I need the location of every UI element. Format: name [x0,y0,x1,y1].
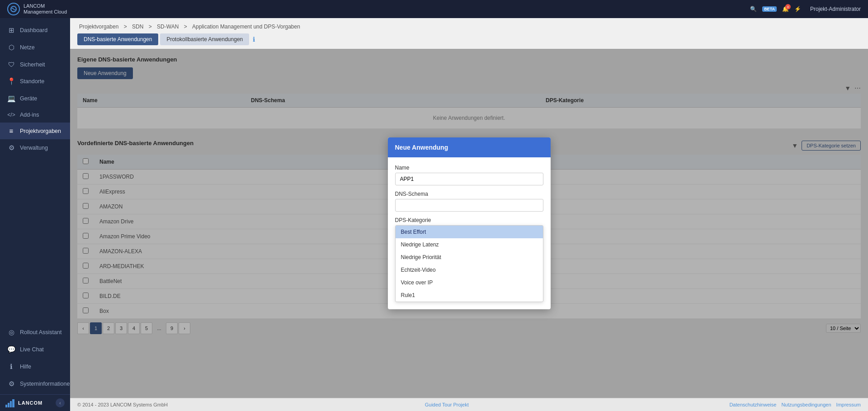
app-logo: LANCOM Management Cloud [7,3,67,15]
svg-rect-4 [12,399,14,407]
modal-header: Neue Anwendung [388,137,551,157]
lancom-logo-icon [5,398,14,407]
topbar: LANCOM Management Cloud 🔍 BETA 🔔 0 ⚡ Pro… [0,0,868,18]
breadcrumb-sdn[interactable]: SDN [132,24,143,30]
footer-links: Datenschutzhinweise Nutzungsbedingungen … [726,402,861,407]
svg-rect-2 [8,403,9,407]
footer-guided-tour[interactable]: Guided Tour Projekt [425,402,469,407]
sidebar-item-label: Add-ins [20,112,39,118]
main-layout: ⊞ Dashboard ⬡ Netze 🛡 Sicherheit 📍 Stand… [0,18,868,411]
sidebar-item-label: Netze [20,44,35,51]
tab-proto[interactable]: Protokollbasierte Anwendungen [160,33,249,45]
svg-rect-3 [10,401,12,407]
sidebar-item-live-chat[interactable]: 💬 Live Chat [0,341,70,358]
sidebar-item-hilfe[interactable]: ℹ Hilfe [0,358,70,375]
netze-icon: ⬡ [7,43,15,52]
content-area: Projektvorgaben > SDN > SD-WAN > Applica… [70,18,868,411]
sidebar-item-netze[interactable]: ⬡ Netze [0,39,70,56]
name-label: Name [395,165,543,171]
sidebar-collapse-button[interactable]: ‹ [56,398,65,407]
modal-body: Name DNS-Schema DPS-Kategorie Best Effor… [388,157,551,309]
svg-rect-1 [5,405,7,407]
sidebar-item-geraete[interactable]: 💻 Geräte [0,90,70,107]
tab-dns[interactable]: DNS-basierte Anwendungen [77,33,158,45]
sidebar-item-label: Dashboard [20,27,47,33]
sidebar-item-label: Rollout Assistant [20,329,61,335]
systeminformationen-icon: ⚙ [7,380,15,388]
sidebar-item-projektvorgaben[interactable]: ≡ Projektvorgaben [0,123,70,139]
sidebar-item-rollout-assistant[interactable]: ◎ Rollout Assistant [0,324,70,341]
name-input[interactable] [395,173,543,185]
search-icon[interactable]: 🔍 [750,6,757,12]
sidebar-item-add-ins[interactable]: </> Add-ins [0,107,70,123]
topbar-right: 🔍 BETA 🔔 0 ⚡ Projekt-Administrator [750,6,861,12]
notification-badge: 0 [785,4,791,9]
sidebar-item-dashboard[interactable]: ⊞ Dashboard [0,22,70,39]
dropdown-item-best-effort[interactable]: Best Effort [396,226,543,238]
sidebar-bottom: ◎ Rollout Assistant 💬 Live Chat ℹ Hilfe … [0,322,70,394]
dns-schema-label: DNS-Schema [395,191,543,197]
app-name-text: LANCOM Management Cloud [24,3,67,15]
geraete-icon: 💻 [7,94,15,103]
sidebar-item-systeminformationen[interactable]: ⚙ Systeminformationen [0,375,70,392]
logo-icon [10,5,17,13]
footer-link-impressum[interactable]: Impressum [836,402,861,407]
logo-circle [7,3,20,15]
sidebar-item-label: Live Chat [20,346,44,353]
sicherheit-icon: 🛡 [7,61,15,68]
user-label: Projekt-Administrator [810,6,861,12]
footer: © 2014 - 2023 LANCOM Systems GmbH Guided… [70,398,868,411]
add-ins-icon: </> [7,112,15,118]
dns-schema-input[interactable] [395,199,543,212]
live-chat-icon: 💬 [7,345,15,354]
sidebar: ⊞ Dashboard ⬡ Netze 🛡 Sicherheit 📍 Stand… [0,18,70,411]
dropdown-item-niedrige-prioritaet[interactable]: Niedrige Priorität [396,251,543,264]
tab-info-icon[interactable]: ℹ [253,36,255,43]
notification-icon[interactable]: 🔔 0 [782,6,789,12]
breadcrumb: Projektvorgaben > SDN > SD-WAN > Applica… [70,18,868,33]
modal-overlay: Neue Anwendung Name DNS-Schema DPS-Kateg… [70,49,868,398]
sidebar-item-sicherheit[interactable]: 🛡 Sicherheit [0,56,70,73]
dropdown-item-niedrige-latenz[interactable]: Niedrige Latenz [396,238,543,251]
new-application-modal: Neue Anwendung Name DNS-Schema DPS-Kateg… [388,137,551,309]
hilfe-icon: ℹ [7,363,15,371]
verwaltung-icon: ⚙ [7,144,15,152]
dps-dropdown[interactable]: Best Effort Niedrige Latenz Niedrige Pri… [395,225,543,302]
alerts-icon[interactable]: ⚡ [794,6,801,12]
breadcrumb-current: Application Management und DPS-Vorgaben [192,24,300,30]
dps-kategorie-label: DPS-Kategorie [395,217,543,223]
sidebar-logo-area: LANCOM ‹ [0,394,70,411]
sidebar-item-verwaltung[interactable]: ⚙ Verwaltung [0,139,70,156]
breadcrumb-projektvorgaben[interactable]: Projektvorgaben [79,24,118,30]
beta-badge: BETA [762,6,777,12]
rollout-icon: ◎ [7,328,15,336]
sidebar-item-label: Systeminformationen [20,381,70,387]
sidebar-item-label: Projektvorgaben [20,128,61,134]
dropdown-item-voice-over-ip[interactable]: Voice over IP [396,276,543,289]
sidebar-item-label: Standorte [20,78,44,85]
tab-bar: DNS-basierte Anwendungen Protokollbasier… [70,33,868,49]
footer-link-datenschutz[interactable]: Datenschutzhinweise [729,402,776,407]
sidebar-item-standorte[interactable]: 📍 Standorte [0,73,70,90]
sidebar-nav: ⊞ Dashboard ⬡ Netze 🛡 Sicherheit 📍 Stand… [0,18,70,322]
dropdown-list: Best Effort Niedrige Latenz Niedrige Pri… [395,225,543,302]
footer-link-nutzungsbedingungen[interactable]: Nutzungsbedingungen [781,402,831,407]
page-content: Eigene DNS-basierte Anwendungen Neue Anw… [70,49,868,398]
sidebar-item-label: Hilfe [20,364,31,370]
sidebar-item-label: Geräte [20,95,37,102]
projektvorgaben-icon: ≡ [7,127,15,135]
sidebar-item-label: Verwaltung [20,145,48,151]
dashboard-icon: ⊞ [7,26,15,34]
breadcrumb-sd-wan[interactable]: SD-WAN [157,24,179,30]
dropdown-item-echtzeit-video[interactable]: Echtzeit-Video [396,264,543,276]
footer-copyright: © 2014 - 2023 LANCOM Systems GmbH [77,402,168,407]
dropdown-item-rule1[interactable]: Rule1 [396,289,543,302]
sidebar-item-label: Sicherheit [20,61,45,68]
lancom-logo-text: LANCOM [18,400,42,406]
standorte-icon: 📍 [7,77,15,85]
